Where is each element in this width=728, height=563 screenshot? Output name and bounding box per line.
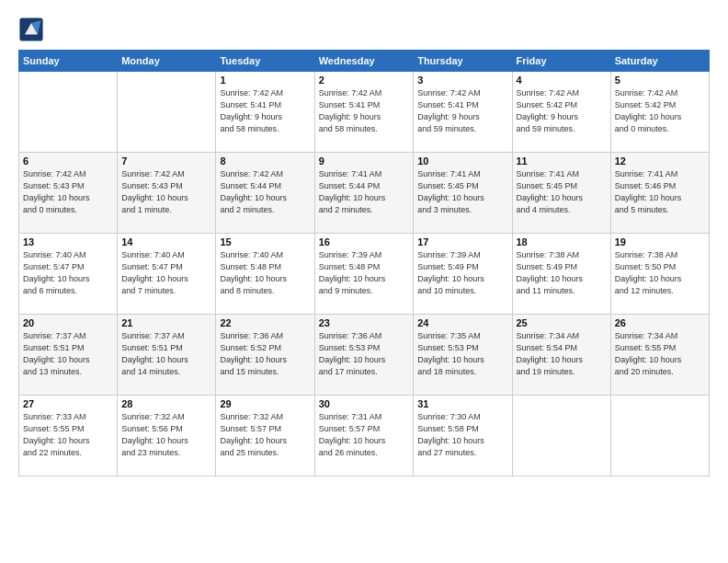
calendar-cell: 8Sunrise: 7:42 AM Sunset: 5:44 PM Daylig… (216, 153, 314, 234)
logo (18, 17, 48, 42)
day-number: 23 (319, 317, 409, 328)
day-number: 18 (517, 236, 607, 247)
day-info: Sunrise: 7:33 AM Sunset: 5:55 PM Dayligh… (23, 411, 113, 459)
calendar-cell: 28Sunrise: 7:32 AM Sunset: 5:56 PM Dayli… (118, 396, 216, 477)
day-info: Sunrise: 7:30 AM Sunset: 5:58 PM Dayligh… (417, 411, 507, 459)
calendar-cell: 9Sunrise: 7:41 AM Sunset: 5:44 PM Daylig… (314, 153, 413, 234)
calendar-week-row: 20Sunrise: 7:37 AM Sunset: 5:51 PM Dayli… (19, 315, 710, 396)
day-number: 12 (615, 155, 705, 167)
day-info: Sunrise: 7:39 AM Sunset: 5:49 PM Dayligh… (417, 249, 507, 297)
day-info: Sunrise: 7:41 AM Sunset: 5:44 PM Dayligh… (319, 168, 409, 216)
calendar-cell: 6Sunrise: 7:42 AM Sunset: 5:43 PM Daylig… (19, 153, 118, 234)
page: SundayMondayTuesdayWednesdayThursdayFrid… (0, 0, 728, 563)
day-info: Sunrise: 7:32 AM Sunset: 5:57 PM Dayligh… (220, 411, 310, 459)
day-info: Sunrise: 7:41 AM Sunset: 5:45 PM Dayligh… (517, 168, 607, 216)
day-info: Sunrise: 7:41 AM Sunset: 5:46 PM Dayligh… (615, 168, 705, 216)
day-info: Sunrise: 7:42 AM Sunset: 5:43 PM Dayligh… (121, 168, 211, 216)
calendar-cell: 21Sunrise: 7:37 AM Sunset: 5:51 PM Dayli… (118, 315, 216, 396)
day-of-week-header: Sunday (19, 51, 118, 72)
day-number: 9 (319, 155, 409, 167)
day-number: 14 (121, 236, 211, 247)
calendar-cell: 14Sunrise: 7:40 AM Sunset: 5:47 PM Dayli… (118, 234, 216, 315)
day-number: 4 (517, 75, 607, 86)
calendar-cell: 12Sunrise: 7:41 AM Sunset: 5:46 PM Dayli… (610, 153, 709, 234)
calendar-cell: 18Sunrise: 7:38 AM Sunset: 5:49 PM Dayli… (512, 234, 610, 315)
day-number: 2 (319, 75, 409, 86)
day-info: Sunrise: 7:42 AM Sunset: 5:41 PM Dayligh… (417, 87, 507, 135)
day-info: Sunrise: 7:40 AM Sunset: 5:48 PM Dayligh… (220, 249, 310, 297)
calendar-cell: 22Sunrise: 7:36 AM Sunset: 5:52 PM Dayli… (216, 315, 314, 396)
calendar-cell (512, 396, 610, 477)
day-info: Sunrise: 7:42 AM Sunset: 5:41 PM Dayligh… (319, 87, 409, 135)
day-info: Sunrise: 7:35 AM Sunset: 5:53 PM Dayligh… (417, 330, 507, 378)
calendar-cell: 2Sunrise: 7:42 AM Sunset: 5:41 PM Daylig… (314, 72, 413, 153)
day-number: 26 (615, 317, 705, 328)
day-info: Sunrise: 7:39 AM Sunset: 5:48 PM Dayligh… (319, 249, 409, 297)
calendar-cell: 3Sunrise: 7:42 AM Sunset: 5:41 PM Daylig… (414, 72, 512, 153)
day-number: 31 (417, 398, 507, 409)
day-info: Sunrise: 7:42 AM Sunset: 5:43 PM Dayligh… (23, 168, 113, 216)
day-number: 11 (517, 155, 607, 167)
calendar-cell: 16Sunrise: 7:39 AM Sunset: 5:48 PM Dayli… (314, 234, 413, 315)
day-number: 15 (220, 236, 310, 247)
day-number: 24 (417, 317, 507, 328)
day-info: Sunrise: 7:37 AM Sunset: 5:51 PM Dayligh… (121, 330, 211, 378)
calendar-cell: 15Sunrise: 7:40 AM Sunset: 5:48 PM Dayli… (216, 234, 314, 315)
day-number: 13 (23, 236, 113, 247)
day-info: Sunrise: 7:34 AM Sunset: 5:55 PM Dayligh… (615, 330, 705, 378)
day-info: Sunrise: 7:38 AM Sunset: 5:50 PM Dayligh… (615, 249, 705, 297)
calendar-cell: 20Sunrise: 7:37 AM Sunset: 5:51 PM Dayli… (19, 315, 118, 396)
day-number: 28 (121, 398, 211, 409)
day-info: Sunrise: 7:42 AM Sunset: 5:42 PM Dayligh… (615, 87, 705, 135)
day-number: 6 (23, 155, 113, 167)
day-number: 29 (220, 398, 310, 409)
logo-icon (18, 17, 44, 42)
day-info: Sunrise: 7:42 AM Sunset: 5:41 PM Dayligh… (220, 87, 310, 135)
calendar-cell: 23Sunrise: 7:36 AM Sunset: 5:53 PM Dayli… (314, 315, 413, 396)
day-of-week-header: Thursday (414, 51, 512, 72)
day-number: 25 (517, 317, 607, 328)
calendar-cell: 13Sunrise: 7:40 AM Sunset: 5:47 PM Dayli… (19, 234, 118, 315)
calendar-week-row: 1Sunrise: 7:42 AM Sunset: 5:41 PM Daylig… (19, 72, 710, 153)
calendar-cell (118, 72, 216, 153)
day-number: 27 (23, 398, 113, 409)
calendar-cell: 26Sunrise: 7:34 AM Sunset: 5:55 PM Dayli… (610, 315, 709, 396)
day-number: 22 (220, 317, 310, 328)
calendar-cell: 17Sunrise: 7:39 AM Sunset: 5:49 PM Dayli… (414, 234, 512, 315)
day-number: 8 (220, 155, 310, 167)
calendar-cell: 19Sunrise: 7:38 AM Sunset: 5:50 PM Dayli… (610, 234, 709, 315)
calendar-week-row: 13Sunrise: 7:40 AM Sunset: 5:47 PM Dayli… (19, 234, 710, 315)
day-number: 17 (417, 236, 507, 247)
day-info: Sunrise: 7:34 AM Sunset: 5:54 PM Dayligh… (517, 330, 607, 378)
calendar-cell: 10Sunrise: 7:41 AM Sunset: 5:45 PM Dayli… (414, 153, 512, 234)
day-of-week-header: Tuesday (216, 51, 314, 72)
calendar-cell: 29Sunrise: 7:32 AM Sunset: 5:57 PM Dayli… (216, 396, 314, 477)
calendar: SundayMondayTuesdayWednesdayThursdayFrid… (18, 50, 710, 477)
calendar-cell: 4Sunrise: 7:42 AM Sunset: 5:42 PM Daylig… (512, 72, 610, 153)
day-of-week-header: Saturday (610, 51, 709, 72)
calendar-week-row: 6Sunrise: 7:42 AM Sunset: 5:43 PM Daylig… (19, 153, 710, 234)
calendar-cell: 31Sunrise: 7:30 AM Sunset: 5:58 PM Dayli… (414, 396, 512, 477)
day-info: Sunrise: 7:36 AM Sunset: 5:53 PM Dayligh… (319, 330, 409, 378)
day-info: Sunrise: 7:40 AM Sunset: 5:47 PM Dayligh… (23, 249, 113, 297)
calendar-week-row: 27Sunrise: 7:33 AM Sunset: 5:55 PM Dayli… (19, 396, 710, 477)
day-info: Sunrise: 7:38 AM Sunset: 5:49 PM Dayligh… (517, 249, 607, 297)
day-info: Sunrise: 7:42 AM Sunset: 5:44 PM Dayligh… (220, 168, 310, 216)
calendar-cell (19, 72, 118, 153)
day-info: Sunrise: 7:37 AM Sunset: 5:51 PM Dayligh… (23, 330, 113, 378)
day-info: Sunrise: 7:31 AM Sunset: 5:57 PM Dayligh… (319, 411, 409, 459)
day-info: Sunrise: 7:40 AM Sunset: 5:47 PM Dayligh… (121, 249, 211, 297)
day-of-week-header: Monday (118, 51, 216, 72)
calendar-cell: 24Sunrise: 7:35 AM Sunset: 5:53 PM Dayli… (414, 315, 512, 396)
day-info: Sunrise: 7:32 AM Sunset: 5:56 PM Dayligh… (121, 411, 211, 459)
calendar-cell: 7Sunrise: 7:42 AM Sunset: 5:43 PM Daylig… (118, 153, 216, 234)
calendar-cell: 27Sunrise: 7:33 AM Sunset: 5:55 PM Dayli… (19, 396, 118, 477)
calendar-cell: 30Sunrise: 7:31 AM Sunset: 5:57 PM Dayli… (314, 396, 413, 477)
day-number: 3 (417, 75, 507, 86)
calendar-cell: 5Sunrise: 7:42 AM Sunset: 5:42 PM Daylig… (610, 72, 709, 153)
day-number: 5 (615, 75, 705, 86)
calendar-cell: 11Sunrise: 7:41 AM Sunset: 5:45 PM Dayli… (512, 153, 610, 234)
day-of-week-header: Friday (512, 51, 610, 72)
day-number: 20 (23, 317, 113, 328)
day-number: 19 (615, 236, 705, 247)
